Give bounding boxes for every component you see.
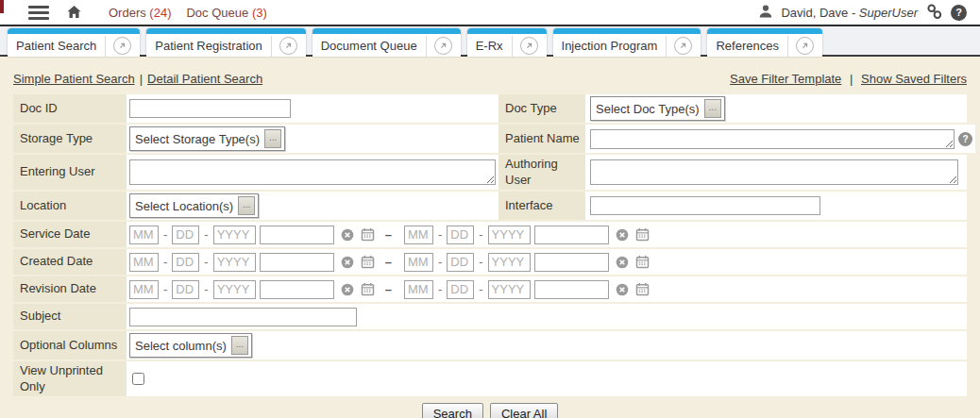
more-button[interactable]: ... xyxy=(264,129,281,148)
doc-queue-count: (3) xyxy=(252,6,267,20)
doc-queue-link[interactable]: Doc Queue (3) xyxy=(186,6,266,20)
clear-date-icon[interactable] xyxy=(616,228,629,242)
date-mm-input[interactable] xyxy=(129,253,159,272)
authoring-user-input[interactable] xyxy=(590,159,958,185)
date-yyyy-input[interactable] xyxy=(488,280,531,299)
open-new-window-icon[interactable] xyxy=(674,37,692,55)
date-dd-input[interactable] xyxy=(447,226,474,244)
optional-columns-select[interactable]: Select column(s) ... xyxy=(129,333,252,358)
menu-icon[interactable] xyxy=(28,6,49,20)
date-dd-input[interactable] xyxy=(172,280,199,299)
doc-id-label: Doc ID xyxy=(13,94,127,123)
date-yyyy-input[interactable] xyxy=(213,253,256,272)
tab-patient-registration[interactable]: Patient Registration xyxy=(146,28,305,57)
row-revision-date: Revision Date - - – - - xyxy=(13,276,967,302)
tab-document-queue[interactable]: Document Queue xyxy=(313,28,461,57)
location-label: Location xyxy=(13,192,127,220)
calendar-icon[interactable] xyxy=(361,255,375,269)
authoring-user-label: Authoring User xyxy=(498,155,585,190)
date-yyyy-input[interactable] xyxy=(488,226,531,244)
doc-id-input[interactable] xyxy=(129,99,291,118)
help-icon[interactable]: ? xyxy=(951,5,967,21)
footer-actions: Search Clear All xyxy=(13,398,967,418)
date-dd-input[interactable] xyxy=(172,253,199,272)
user-area: David, Dave - SuperUser ? xyxy=(758,3,980,23)
open-new-window-icon[interactable] xyxy=(520,37,538,55)
calendar-icon[interactable] xyxy=(635,255,650,269)
detail-patient-search-link[interactable]: Detail Patient Search xyxy=(147,72,262,86)
date-yyyy-input[interactable] xyxy=(213,280,256,299)
row-service-date: Service Date - - – - - xyxy=(13,222,967,247)
clear-date-icon[interactable] xyxy=(616,283,629,296)
filter-panel: Simple Patient Search | Detail Patient S… xyxy=(0,57,980,418)
date-dd-input[interactable] xyxy=(447,253,474,272)
date-dd-input[interactable] xyxy=(172,226,199,244)
calendar-icon[interactable] xyxy=(635,282,650,296)
storage-type-select[interactable]: Select Storage Type(s) ... xyxy=(129,126,285,151)
more-button[interactable]: ... xyxy=(704,99,721,118)
open-new-window-icon[interactable] xyxy=(434,37,452,55)
show-saved-filters-link[interactable]: Show Saved Filters xyxy=(861,72,967,86)
row-created-date: Created Date - - – - - xyxy=(13,249,967,275)
patient-name-help-icon[interactable]: ? xyxy=(958,132,972,146)
date-time-input[interactable] xyxy=(260,226,334,244)
date-mm-input[interactable] xyxy=(404,253,433,272)
filter-links-row: Simple Patient Search | Detail Patient S… xyxy=(13,57,967,94)
doc-type-select[interactable]: Select Doc Type(s) ... xyxy=(590,96,725,121)
more-button[interactable]: ... xyxy=(238,196,255,215)
doc-type-label: Doc Type xyxy=(498,94,585,123)
calendar-icon[interactable] xyxy=(635,227,650,242)
orders-link[interactable]: Orders (24) xyxy=(109,6,171,20)
simple-patient-search-link[interactable]: Simple Patient Search xyxy=(13,72,135,86)
clear-date-icon[interactable] xyxy=(341,228,354,242)
more-button[interactable]: ... xyxy=(231,336,248,355)
date-yyyy-input[interactable] xyxy=(488,253,531,272)
tab-references[interactable]: References xyxy=(707,28,821,57)
date-time-input[interactable] xyxy=(534,226,609,244)
clear-date-icon[interactable] xyxy=(616,256,629,269)
date-mm-input[interactable] xyxy=(404,280,433,299)
tab-injection-program[interactable]: Injection Program xyxy=(553,28,701,57)
date-time-input[interactable] xyxy=(534,280,609,299)
date-mm-input[interactable] xyxy=(129,280,159,299)
row-location-interface: Location Select Location(s) ... Interfac… xyxy=(13,192,967,220)
date-dd-input[interactable] xyxy=(447,280,474,299)
date-time-input[interactable] xyxy=(260,253,334,272)
save-filter-template-link[interactable]: Save Filter Template xyxy=(730,72,841,86)
interface-label: Interface xyxy=(498,192,585,220)
entering-user-input[interactable] xyxy=(129,159,496,185)
optional-columns-label: Optional Columns xyxy=(13,331,127,359)
clear-date-icon[interactable] xyxy=(341,283,354,296)
calendar-icon[interactable] xyxy=(361,227,375,242)
clear-date-icon[interactable] xyxy=(341,256,354,269)
date-yyyy-input[interactable] xyxy=(213,226,256,244)
open-new-window-icon[interactable] xyxy=(113,37,131,55)
date-mm-input[interactable] xyxy=(404,226,433,244)
row-storage-patient: Storage Type Select Storage Type(s) ... … xyxy=(13,125,967,153)
link-chain-icon[interactable] xyxy=(925,3,943,23)
subject-label: Subject xyxy=(13,304,127,329)
subject-input[interactable] xyxy=(129,308,357,326)
home-icon[interactable] xyxy=(66,5,82,20)
clear-all-button[interactable]: Clear All xyxy=(490,403,558,418)
view-unprinted-checkbox[interactable] xyxy=(132,373,144,385)
entering-user-label: Entering User xyxy=(13,155,127,190)
date-mm-input[interactable] xyxy=(129,226,159,244)
tab-label: Patient Search xyxy=(16,39,96,53)
interface-input[interactable] xyxy=(590,196,820,215)
user-icon xyxy=(758,4,773,22)
patient-name-input[interactable] xyxy=(590,129,955,149)
top-bar: Orders (24) Doc Queue (3) David, Dave - … xyxy=(0,0,980,26)
date-time-input[interactable] xyxy=(534,253,609,272)
window-edge-mark xyxy=(0,0,4,13)
open-new-window-icon[interactable] xyxy=(279,37,297,55)
calendar-icon[interactable] xyxy=(361,282,375,296)
tab-label: Document Queue xyxy=(321,39,417,53)
date-time-input[interactable] xyxy=(260,280,334,299)
search-button[interactable]: Search xyxy=(422,403,483,418)
open-new-window-icon[interactable] xyxy=(796,37,814,55)
tab-e-rx[interactable]: E-Rx xyxy=(467,28,547,57)
location-select[interactable]: Select Location(s) ... xyxy=(129,193,259,218)
user-name[interactable]: David, Dave - SuperUser xyxy=(781,6,918,20)
tab-patient-search[interactable]: Patient Search xyxy=(8,28,140,57)
